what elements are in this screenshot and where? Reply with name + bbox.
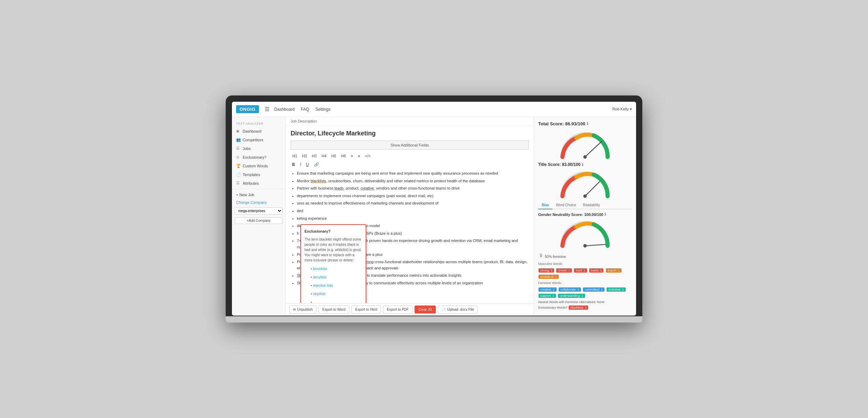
nav-faq[interactable]: FAQ — [301, 107, 309, 112]
suggestion-item[interactable]: denylists — [311, 274, 362, 281]
content-item: Monitor blacklists, unsubscribes, churn,… — [297, 178, 529, 184]
exclusionary-popup: Exclusionary? The term blacklist might o… — [300, 224, 366, 303]
exclusionary-words-row: Exclusionary Words? blacklists: 1 — [538, 305, 632, 310]
competitors-icon: 👥 — [236, 137, 241, 142]
gauge-svg-total — [557, 129, 613, 159]
sidebar-item-dashboard[interactable]: ◉ Dashboard — [232, 127, 285, 135]
content-item: ures as needed to improve effectiveness … — [297, 200, 529, 207]
content-item: Ensure that marketing campaigns are bein… — [297, 170, 529, 177]
format-buttons: B I U 🔗 — [291, 161, 529, 168]
gender-percent: 50% feminine — [545, 255, 566, 259]
total-score-title: Total Score: 86.93/100 ℹ — [538, 121, 632, 126]
suggestion-item[interactable]: stoplists — [311, 291, 362, 298]
heading-h4-button[interactable]: H4 — [320, 153, 328, 159]
export-pdf-button[interactable]: Export to PDF — [383, 306, 412, 314]
masc-tag-lead: lead: 1 — [574, 268, 587, 273]
feminine-label: Feminine Words: — [538, 281, 632, 285]
content-item: departments to implement cross channel c… — [297, 193, 529, 199]
popup-title: Exclusionary? — [304, 228, 362, 235]
exclusionary-label: Exclusionary Words? — [538, 306, 567, 309]
fem-tag-creative: creative: 2 — [539, 287, 557, 292]
suggestion-blocklists[interactable]: blocklists — [313, 267, 327, 271]
sidebar-item-custom-words[interactable]: 🏆 Custom Words — [232, 161, 285, 170]
masc-tag-analytical: analytical: 1 — [539, 275, 559, 279]
top-navbar: ONGIG ☰ Dashboard FAQ Settings Rob Kelly… — [232, 102, 636, 117]
sidebar-item-label: Jobs — [243, 147, 251, 151]
masc-tag-expert: expert: 1 — [606, 268, 621, 273]
popup-body: The term blacklist might offend some peo… — [304, 237, 362, 263]
gender-neutrality-title: Gender Neutrality Score: 100.00/100 ℹ — [538, 212, 632, 217]
info-icon-gender[interactable]: ℹ — [604, 212, 606, 217]
laptop-base — [226, 316, 642, 323]
sidebar-item-jobs[interactable]: ☰ Jobs — [232, 144, 285, 153]
top-nav-links: Dashboard FAQ Settings — [274, 107, 331, 112]
heading-h5-button[interactable]: H5 — [329, 153, 338, 159]
sidebar: TEXT ANALYZER ◉ Dashboard 👥 Competitors … — [232, 117, 286, 316]
custom-words-icon: 🏆 — [236, 164, 241, 168]
excl-tag-blacklists: blacklists: 1 — [569, 306, 589, 310]
popup-suggestions: blocklists denylists rejection lists sto… — [311, 266, 362, 303]
dashboard-icon: ◉ — [236, 129, 241, 133]
sidebar-item-attributes[interactable]: ☰ Attributes — [232, 179, 285, 187]
flagged-word-blacklists[interactable]: blacklists — [311, 179, 326, 183]
info-icon-total[interactable]: ℹ — [587, 122, 588, 126]
hamburger-icon[interactable]: ☰ — [265, 106, 269, 112]
fem-tag-inclusive: inclusive: 1 — [607, 287, 626, 292]
upload-docx-button[interactable]: 📄 Upload .docx File — [438, 306, 478, 314]
new-job-button[interactable]: + New Job — [232, 191, 285, 199]
right-panel: Total Score: 86.93/100 ℹ — [534, 117, 636, 316]
suggestion-item[interactable]: rejection lists — [311, 282, 362, 289]
heading-h6-button[interactable]: H6 — [339, 153, 348, 159]
unordered-list-button[interactable]: ≡ — [349, 153, 354, 159]
svg-line-4 — [585, 244, 606, 246]
sidebar-item-exclusionary[interactable]: ◎ Exclusionary? — [232, 153, 285, 161]
underline-button[interactable]: U — [304, 161, 310, 168]
main-layout: TEXT ANALYZER ◉ Dashboard 👥 Competitors … — [232, 117, 636, 316]
tab-bias[interactable]: Bias — [538, 201, 552, 209]
heading-h3-button[interactable]: H3 — [310, 153, 318, 159]
export-word-button[interactable]: Export to Word — [318, 306, 349, 314]
nav-settings[interactable]: Settings — [316, 107, 331, 112]
clear-jd-button[interactable]: Clear JD — [415, 306, 436, 314]
link-button[interactable]: 🔗 — [312, 161, 320, 168]
breadcrumb: Job Description — [291, 119, 317, 123]
nav-dashboard[interactable]: Dashboard — [274, 107, 295, 112]
sidebar-item-label: Exclusionary? — [243, 155, 266, 159]
sidebar-item-label: Dashboard — [243, 129, 261, 133]
suggestion-rejection-lists[interactable]: rejection lists — [313, 284, 333, 287]
heading-h1-button[interactable]: H1 — [291, 153, 299, 159]
suggestion-item[interactable]: blocklists — [311, 266, 362, 273]
editor-content[interactable]: Exclusionary? The term blacklist might o… — [291, 170, 529, 286]
sidebar-item-competitors[interactable]: 👥 Competitors — [232, 135, 285, 144]
feminine-words-row: Feminine Words: creative: 2 collaborate:… — [538, 281, 632, 298]
show-additional-fields-button[interactable]: Show Additional Fields — [291, 141, 529, 150]
suggestion-stoplists[interactable]: stoplists — [313, 292, 325, 296]
change-company-link[interactable]: Change Company — [232, 199, 285, 206]
upload-icon: 📄 — [442, 308, 446, 311]
suggestion-denylists[interactable]: denylists — [313, 275, 326, 279]
fem-tag-committed: committed: 1 — [583, 287, 604, 292]
code-button[interactable]: </> — [363, 153, 372, 159]
italic-button[interactable]: I — [299, 161, 302, 168]
company-select[interactable]: mega-enterprises — [235, 207, 283, 215]
gauge-total — [538, 129, 632, 159]
export-html-button[interactable]: Export to Html — [351, 306, 381, 314]
info-icon-title[interactable]: ℹ — [582, 162, 583, 167]
logo: ONGIG — [236, 105, 259, 113]
delete-item[interactable]: 🗑 Delete — [311, 299, 362, 303]
svg-point-1 — [583, 155, 587, 159]
tab-word-choice[interactable]: Word Choice — [552, 201, 579, 209]
bold-button[interactable]: B — [291, 161, 297, 168]
job-title: Director, Lifecycle Marketing — [291, 130, 529, 137]
ordered-list-button[interactable]: ≡ — [356, 153, 362, 159]
person-icon: ♀ — [538, 251, 544, 260]
content-item: ded — [297, 208, 529, 214]
unpublish-button[interactable]: ✉ Unpublish — [289, 306, 316, 314]
heading-h2-button[interactable]: H2 — [300, 153, 309, 159]
tab-readability[interactable]: Readability — [579, 201, 603, 209]
sidebar-label: TEXT ANALYZER — [232, 120, 285, 127]
add-company-button[interactable]: +Add Company — [235, 217, 283, 224]
sidebar-item-templates[interactable]: 📄 Templates — [232, 170, 285, 179]
user-menu[interactable]: Rob Kelly ▾ — [612, 107, 632, 111]
exclusionary-icon: ◎ — [236, 155, 241, 159]
